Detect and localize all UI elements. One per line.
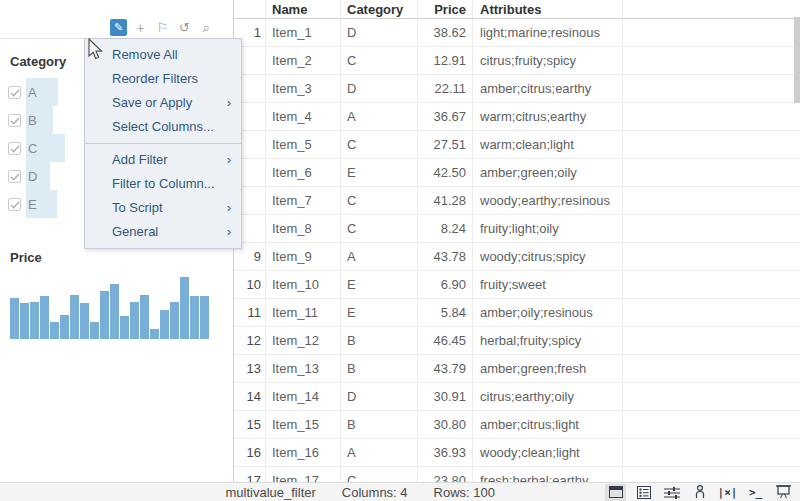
table-row[interactable]: 8Item_8C8.24fruity;light;oily — [234, 215, 800, 243]
price-histogram[interactable] — [10, 277, 210, 339]
cell-name: Item_11 — [266, 299, 341, 327]
histogram-bar[interactable] — [50, 322, 59, 339]
histogram-bar[interactable] — [100, 291, 109, 339]
histogram-bar[interactable] — [130, 302, 139, 339]
histogram-bar[interactable] — [170, 302, 179, 339]
cell-name: Item_3 — [266, 75, 341, 103]
sliders-icon[interactable] — [661, 484, 682, 501]
histogram-bar[interactable] — [10, 298, 19, 339]
cell-price: 36.93 — [418, 439, 473, 467]
cell-attributes: fruity;light;oily — [473, 215, 623, 243]
edit-pencil-icon[interactable]: ✎ — [110, 19, 127, 36]
table-row[interactable]: 15Item_15B30.80amber;citrus;light — [234, 411, 800, 439]
table-row[interactable]: 11Item_11E5.84amber;oily;resinous — [234, 299, 800, 327]
table-row[interactable]: 12Item_12B46.45herbal;fruity;spicy — [234, 327, 800, 355]
console-icon[interactable]: >_ — [745, 484, 766, 501]
histogram-bar[interactable] — [200, 296, 209, 339]
menu-item-remove-all[interactable]: Remove All — [85, 43, 241, 67]
vertical-scrollbar-thumb[interactable] — [794, 17, 800, 103]
cell-category: B — [341, 327, 418, 355]
histogram-bar[interactable] — [150, 329, 159, 339]
histogram-bar[interactable] — [190, 296, 199, 339]
histogram-bar[interactable] — [110, 284, 119, 339]
cell-category: C — [341, 47, 418, 75]
menu-item-filter-to-column[interactable]: Filter to Column... — [85, 172, 241, 196]
histogram-bar[interactable] — [180, 277, 189, 339]
cell-attributes: amber;green;fresh — [473, 355, 623, 383]
column-header-category[interactable]: Category — [341, 0, 418, 19]
cell-category: B — [341, 355, 418, 383]
data-table: Name Category Price Attributes 1Item_1D3… — [233, 0, 800, 482]
table-row[interactable]: 1Item_1D38.62light;marine;resinous — [234, 19, 800, 47]
histogram-bar[interactable] — [120, 316, 129, 339]
histogram-bar[interactable] — [30, 302, 39, 339]
cell-attributes: light;marine;resinous — [473, 19, 623, 47]
histogram-bar[interactable] — [20, 303, 29, 339]
table-row[interactable]: 3Item_3D22.11amber;citrus;earthy — [234, 75, 800, 103]
menu-item-reorder-filters[interactable]: Reorder Filters — [85, 67, 241, 91]
category-checkbox-e[interactable] — [8, 198, 21, 211]
category-checkbox-a[interactable] — [8, 86, 21, 99]
submenu-chevron-icon: › — [227, 148, 231, 172]
cell-attributes: fruity;sweet — [473, 271, 623, 299]
cell-category: E — [341, 271, 418, 299]
details-person-icon[interactable] — [689, 484, 710, 501]
cell-empty — [623, 327, 800, 355]
table-row[interactable]: 13Item_13B43.79amber;green;fresh — [234, 355, 800, 383]
price-filter-title: Price — [10, 250, 42, 265]
undo-icon[interactable]: ↺ — [176, 19, 193, 36]
category-checkbox-b[interactable] — [8, 114, 21, 127]
filter-context-menu: Remove AllReorder FiltersSave or Apply›S… — [84, 38, 242, 249]
column-header-name[interactable]: Name — [266, 0, 341, 19]
menu-item-save-or-apply[interactable]: Save or Apply› — [85, 91, 241, 115]
table-row[interactable]: 10Item_10E6.90fruity;sweet — [234, 271, 800, 299]
table-body: 1Item_1D38.62light;marine;resinous2Item_… — [234, 19, 800, 482]
histogram-bar[interactable] — [80, 303, 89, 339]
column-header-attributes[interactable]: Attributes — [473, 0, 623, 19]
table-row[interactable]: 9Item_9A43.78woody;citrus;spicy — [234, 243, 800, 271]
cell-category: C — [341, 467, 418, 482]
menu-item-to-script[interactable]: To Script› — [85, 196, 241, 220]
submenu-chevron-icon: › — [227, 196, 231, 220]
presentation-icon[interactable] — [773, 484, 794, 501]
cell-attributes: woody;citrus;spicy — [473, 243, 623, 271]
row-number: 15 — [234, 411, 266, 439]
table-row[interactable]: 4Item_4A36.67warm;citrus;earthy — [234, 103, 800, 131]
column-header-price[interactable]: Price — [418, 0, 473, 19]
table-row[interactable]: 17Item_17C23.80fresh;herbal;earthy — [234, 467, 800, 482]
mouse-cursor — [87, 38, 105, 62]
row-number: 16 — [234, 439, 266, 467]
menu-item-add-filter[interactable]: Add Filter› — [85, 148, 241, 172]
histogram-bar[interactable] — [140, 295, 149, 339]
histogram-bar[interactable] — [160, 310, 169, 339]
table-row[interactable]: 16Item_16A36.93woody;clean;light — [234, 439, 800, 467]
category-option-label: B — [28, 113, 37, 128]
category-checkbox-d[interactable] — [8, 170, 21, 183]
cell-price: 41.28 — [418, 187, 473, 215]
menu-item-select-columns[interactable]: Select Columns... — [85, 115, 241, 139]
table-row[interactable]: 5Item_5C27.51warm;clean;light — [234, 131, 800, 159]
cell-category: B — [341, 411, 418, 439]
histogram-bar[interactable] — [70, 295, 79, 339]
table-row[interactable]: 6Item_6E42.50amber;green;oily — [234, 159, 800, 187]
table-row[interactable]: 2Item_2C12.91citrus;fruity;spicy — [234, 47, 800, 75]
cell-attributes: amber;citrus;light — [473, 411, 623, 439]
table-row[interactable]: 14Item_14D30.91citrus;earthy;oily — [234, 383, 800, 411]
cell-name: Item_5 — [266, 131, 341, 159]
category-checkbox-c[interactable] — [8, 142, 21, 155]
histogram-bar[interactable] — [60, 315, 69, 339]
table-row[interactable]: 7Item_7C41.28woody;earthy;resinous — [234, 187, 800, 215]
tags-icon[interactable]: |×| — [717, 484, 738, 501]
search-icon[interactable]: ⌕ — [198, 19, 215, 36]
panel-layout-icon[interactable] — [605, 484, 626, 501]
add-icon[interactable]: ＋ — [132, 19, 149, 36]
menu-item-general[interactable]: General› — [85, 220, 241, 244]
flag-icon[interactable]: ⚐ — [154, 19, 171, 36]
cell-name: Item_13 — [266, 355, 341, 383]
row-number-header — [234, 0, 266, 19]
cell-category: A — [341, 103, 418, 131]
histogram-bar[interactable] — [40, 296, 49, 339]
cell-attributes: woody;clean;light — [473, 439, 623, 467]
filter-list-icon[interactable] — [633, 484, 654, 501]
histogram-bar[interactable] — [90, 322, 99, 339]
